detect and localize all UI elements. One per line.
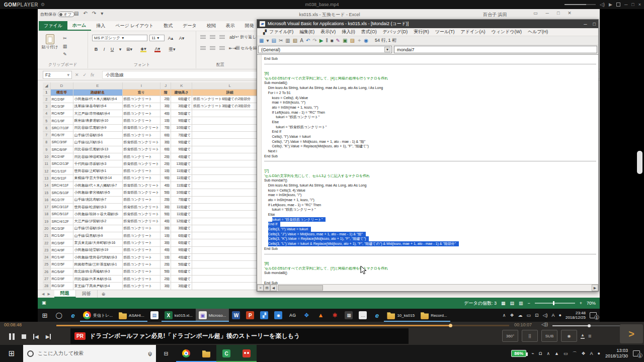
gom-panel-handle[interactable] bbox=[637, 151, 642, 174]
cell[interactable]: 6階建て bbox=[171, 96, 192, 103]
cell[interactable]: RC/4/9F bbox=[50, 246, 73, 253]
titlebar-volume-slider[interactable] bbox=[565, 4, 596, 5]
ag-icon[interactable]: AG bbox=[285, 309, 299, 322]
ribbon-tab-1[interactable]: ファイル bbox=[39, 21, 67, 31]
font-color-icon[interactable]: A▾ bbox=[154, 46, 160, 52]
equalizer-button[interactable]: ⣿ bbox=[522, 330, 538, 342]
cell[interactable]: 東横線/学芸大学駅/歩14 bbox=[73, 174, 122, 182]
cell[interactable]: 山手線/恵比寿駅/歩7 bbox=[73, 196, 122, 203]
cell[interactable]: 11階建て bbox=[171, 167, 192, 174]
speaker-icon[interactable]: ◁) bbox=[600, 2, 605, 7]
excel-task[interactable]: X bbox=[165, 311, 173, 319]
vba-toolbar-icon[interactable]: ▧ bbox=[293, 38, 297, 43]
redo-icon[interactable]: ↷ bbox=[92, 11, 96, 16]
cell[interactable]: 7階建て bbox=[171, 196, 192, 203]
snapshot-button[interactable]: ◉ bbox=[561, 330, 577, 342]
row-header[interactable]: 21 bbox=[43, 232, 50, 239]
cell[interactable]: 3階 bbox=[160, 225, 171, 232]
tray-icon[interactable]: ▭ bbox=[564, 351, 568, 356]
fullscreen-icon[interactable] bbox=[616, 3, 620, 7]
taskbar-search[interactable]: ここに入力して検索 ψ bbox=[23, 345, 156, 362]
vba-window[interactable]: ▰ Microsoft Visual Basic for Application… bbox=[257, 19, 599, 292]
orientation-icon[interactable]: ab̸ bbox=[229, 35, 235, 39]
cell[interactable]: 日比谷線/六本木駅/歩11 bbox=[73, 275, 122, 282]
tray-icon[interactable]: ● bbox=[559, 313, 561, 318]
ribbon-tab-7[interactable]: 校閲 bbox=[202, 21, 221, 31]
underline-button[interactable]: U bbox=[109, 46, 115, 52]
vba-toolbar-icon[interactable]: ◉ bbox=[364, 38, 368, 43]
clock[interactable]: 13:032018/12/30 bbox=[605, 348, 628, 359]
field-header[interactable]: 造り bbox=[122, 89, 160, 96]
cell[interactable]: 鉄筋コンクリート bbox=[122, 261, 160, 268]
cell[interactable]: 南北線/白金高輪駅/歩3 bbox=[73, 268, 122, 275]
dropbox-icon[interactable]: ❖ bbox=[299, 309, 313, 322]
vlc-icon[interactable]: ▲ bbox=[316, 311, 325, 319]
cell[interactable]: 鉄骨鉄筋コンクリート bbox=[122, 182, 160, 189]
internet-explorer-icon[interactable]: e bbox=[373, 311, 381, 319]
ribbon-options-icon[interactable]: ▭ bbox=[533, 11, 538, 16]
explorer-task[interactable] bbox=[202, 349, 210, 357]
cell[interactable]: 鉄筋コンクリート bbox=[122, 225, 160, 232]
seek-thumb[interactable] bbox=[449, 324, 452, 327]
cell[interactable]: 3階建て bbox=[171, 283, 192, 290]
cell[interactable]: 鉄筋コンクリート bbox=[122, 167, 160, 174]
zoom-in-icon[interactable]: + bbox=[580, 301, 582, 306]
folder-record-task[interactable]: Record... bbox=[418, 309, 450, 322]
vba-menu-item[interactable]: デバッグ(D) bbox=[380, 29, 411, 35]
folder-task[interactable]: ASAHI... bbox=[116, 309, 147, 322]
cell[interactable]: 2階 bbox=[160, 275, 171, 282]
ribbon-tab-9[interactable]: 開発 bbox=[240, 21, 259, 31]
cell[interactable]: 山手線/品川駅/歩1 bbox=[73, 139, 122, 146]
cell[interactable]: 13階建て bbox=[171, 160, 192, 167]
increase-font-icon[interactable]: A▴ bbox=[168, 35, 174, 41]
autosave-toggle[interactable]: 自動保存 オフ bbox=[40, 12, 74, 17]
cell[interactable]: 銀座線/表参道駅/歩10 bbox=[73, 117, 122, 124]
cell[interactable]: 4階 bbox=[160, 218, 171, 225]
cell[interactable]: 3階建て bbox=[171, 225, 192, 232]
feedback-icon[interactable]: … bbox=[356, 309, 370, 322]
tray-icon[interactable]: ▭ bbox=[527, 313, 531, 318]
vba-menu-item[interactable]: ファイル(F) bbox=[266, 29, 296, 35]
vba-toolbar-icon[interactable]: A bbox=[300, 38, 303, 43]
row-header[interactable]: 12 bbox=[43, 167, 50, 174]
select-all-corner[interactable]: ◢ bbox=[43, 82, 50, 89]
name-box[interactable]: F2▾ bbox=[43, 71, 72, 79]
cell[interactable]: 6階建て bbox=[171, 268, 192, 275]
ribbon-tab-5[interactable]: 数式 bbox=[158, 21, 178, 31]
recorded-clock[interactable]: 23:482018/12/25 bbox=[566, 311, 586, 320]
cell[interactable]: 9階建て bbox=[171, 117, 192, 124]
row-header[interactable]: 4 bbox=[43, 110, 50, 117]
excel-close-button[interactable]: ✕ bbox=[568, 11, 572, 16]
cell[interactable]: 小田急線/祖師ヶ谷大蔵駅/歩 bbox=[73, 211, 122, 218]
red-app-icon[interactable]: ✱ bbox=[331, 311, 339, 319]
play-icon[interactable]: ▶ bbox=[609, 2, 612, 7]
cell[interactable]: 鉄骨鉄筋コンクリート bbox=[122, 189, 160, 196]
cell[interactable]: 6階建て bbox=[171, 239, 192, 246]
cell[interactable]: 3階建て bbox=[171, 103, 192, 110]
red-app-icon[interactable]: ✱ bbox=[328, 309, 342, 322]
save-icon[interactable]: ▤ bbox=[74, 11, 78, 16]
cell[interactable]: 世田谷線/松原駅/歩3 bbox=[73, 203, 122, 210]
mic-icon[interactable]: ψ bbox=[148, 350, 152, 356]
phonetic-icon[interactable]: 亜▾ bbox=[169, 46, 176, 52]
row-header[interactable]: 2 bbox=[43, 96, 50, 103]
cell[interactable]: 大江戸線/赤羽橋駅/歩4 bbox=[73, 110, 122, 117]
minimize-button[interactable]: ─ bbox=[624, 2, 627, 7]
stop-button[interactable] bbox=[22, 334, 26, 339]
excel-minimize-button[interactable]: ─ bbox=[546, 11, 549, 16]
column-header-K[interactable]: K bbox=[171, 82, 192, 89]
cell[interactable]: 鉄骨鉄筋コンクリート bbox=[122, 146, 160, 153]
cell[interactable]: 5階建て bbox=[171, 261, 192, 268]
row-header[interactable]: 8 bbox=[43, 139, 50, 146]
account-name[interactable]: 百合子 浜田 bbox=[483, 12, 507, 18]
cell[interactable]: SRC/7/10F bbox=[50, 124, 73, 131]
row-header[interactable]: 16 bbox=[43, 196, 50, 203]
column-header-E[interactable]: E bbox=[73, 82, 122, 89]
vba-horizontal-scrollbar[interactable]: ≡ ▤ ◀ ▶ bbox=[257, 284, 598, 291]
start-icon[interactable]: ⊞ bbox=[38, 309, 52, 322]
row-header[interactable]: 10 bbox=[43, 153, 50, 160]
camtasia-task[interactable]: C bbox=[222, 349, 230, 357]
excel-task[interactable]: Xks015.xl... bbox=[162, 309, 196, 322]
row-header[interactable]: 1 bbox=[43, 89, 50, 96]
vba-toolbar-icon[interactable]: ✦ bbox=[357, 38, 361, 43]
